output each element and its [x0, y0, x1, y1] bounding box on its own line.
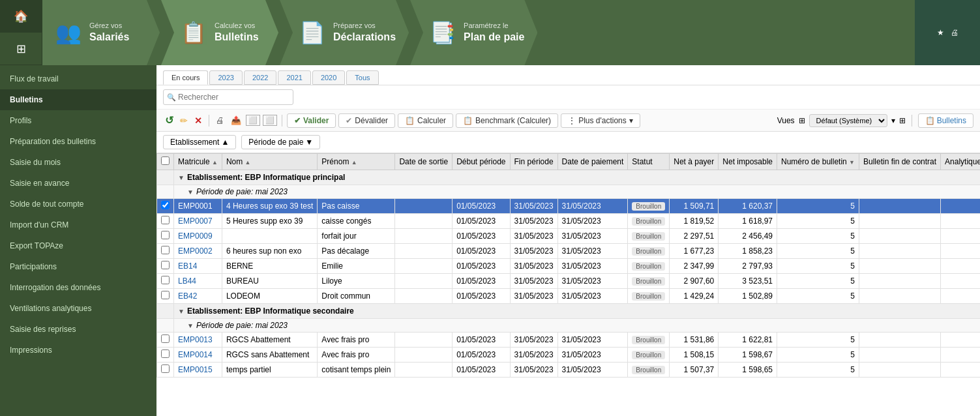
table-row[interactable]: EMP0013 RGCS Abattement Avec frais pro 0…: [157, 333, 981, 348]
nav-step-salaries[interactable]: 👥 Gérez vos Salariés: [42, 0, 160, 65]
sidebar-item-export-topaze[interactable]: Export TOPAze: [0, 235, 156, 256]
periode-filter[interactable]: Période de paie ▼: [241, 135, 320, 149]
cell-date-paiement: 31/05/2023: [557, 259, 628, 274]
table-row[interactable]: EMP0007 5 Heures supp exo 39 caisse cong…: [157, 214, 981, 229]
edit-button[interactable]: ✏: [178, 114, 190, 127]
row-checkbox[interactable]: [161, 201, 170, 209]
cell-matricule: EB42: [174, 289, 222, 304]
table-row[interactable]: EMP0001 4 Heures sup exo 39 test Pas cai…: [157, 199, 981, 214]
status-badge: Brouillon: [632, 336, 665, 344]
cell-statut: Brouillon: [628, 289, 670, 304]
nav-step-bulletins[interactable]: 📋 Calculez vos Bulletins: [161, 0, 278, 65]
plus-actions-button[interactable]: ⋮ Plus d'actions ▾: [561, 113, 640, 128]
refresh-button[interactable]: ↺: [163, 113, 175, 128]
benchmark-button[interactable]: 📋 Benchmark (Calculer): [456, 113, 558, 128]
table-subgroup-row: ▼Période de paie: mai 2023: [157, 185, 981, 199]
sidebar-item-impressions[interactable]: Impressions: [0, 340, 156, 361]
cell-date-sortie: [395, 333, 453, 348]
print-button[interactable]: 🖨: [951, 28, 958, 37]
cell-matricule: EMP0014: [174, 348, 222, 363]
cell-debut-periode: 01/05/2023: [453, 229, 510, 244]
views-dropdown-icon[interactable]: ▾: [891, 116, 895, 125]
sidebar-item-preparation[interactable]: Préparation des bulletins: [0, 131, 156, 152]
tab-2022[interactable]: 2022: [244, 70, 276, 85]
sidebar-item-ventilations[interactable]: Ventilations analytiques: [0, 298, 156, 319]
row-checkbox[interactable]: [161, 216, 170, 224]
nav-steps: 👥 Gérez vos Salariés 📋 Calculez vos Bull…: [42, 0, 915, 65]
cell-analytique: [941, 333, 980, 348]
table-row[interactable]: EMP0002 6 heures sup non exo Pas décalag…: [157, 244, 981, 259]
sidebar-item-flux[interactable]: Flux de travail: [0, 68, 156, 89]
grid-button[interactable]: ⊞: [0, 33, 42, 65]
row-checkbox[interactable]: [161, 334, 170, 343]
row-checkbox[interactable]: [161, 364, 170, 373]
cell-statut: Brouillon: [628, 259, 670, 274]
etablissement-filter[interactable]: Etablissement ▲: [163, 135, 236, 149]
row-checkbox[interactable]: [161, 276, 170, 284]
table-row[interactable]: EB14 BERNE Emilie 01/05/2023 31/05/2023 …: [157, 259, 981, 274]
nav-step-plan[interactable]: 📑 Paramétrez le Plan de paie: [410, 0, 537, 65]
tab-en-cours[interactable]: En cours: [163, 70, 208, 85]
status-badge: Brouillon: [632, 277, 665, 286]
periode-label: Période de paie: [248, 138, 303, 147]
search-input[interactable]: [163, 89, 293, 105]
delete-button[interactable]: ✕: [192, 114, 204, 127]
table-row[interactable]: EMP0015 temps partiel cotisant temps ple…: [157, 363, 981, 378]
print-toolbar-button[interactable]: 🖨: [214, 114, 226, 126]
cell-fin-periode: 31/05/2023: [510, 244, 557, 259]
cell-prenom: Liloye: [318, 274, 395, 289]
row-checkbox[interactable]: [161, 231, 170, 239]
collapse-subgroup-arrow[interactable]: ▼: [187, 188, 194, 196]
cell-analytique: [941, 229, 980, 244]
collapse-subgroup-arrow[interactable]: ▼: [187, 322, 194, 329]
row-checkbox[interactable]: [161, 246, 170, 254]
sidebar-item-participations[interactable]: Participations: [0, 256, 156, 277]
configure-view-icon[interactable]: ⊞: [899, 116, 906, 125]
export-button[interactable]: 📤: [229, 114, 243, 126]
tab-tous[interactable]: Tous: [346, 70, 378, 85]
collapse-group-arrow[interactable]: ▼: [178, 308, 185, 315]
row-checkbox[interactable]: [161, 261, 170, 269]
sidebar-item-solde[interactable]: Solde de tout compte: [0, 194, 156, 215]
row-checkbox[interactable]: [161, 291, 170, 299]
valider-button[interactable]: ✔ Valider: [287, 113, 336, 128]
sidebar-item-saisie-reprises[interactable]: Saisie des reprises: [0, 319, 156, 340]
table-row[interactable]: LB44 BUREAU Liloye 01/05/2023 31/05/2023…: [157, 274, 981, 289]
table-row[interactable]: EB42 LODEOM Droit commun 01/05/2023 31/0…: [157, 289, 981, 304]
sidebar-item-interrogation[interactable]: Interrogation des données: [0, 277, 156, 298]
cell-debut-periode: 01/05/2023: [453, 259, 510, 274]
table-row[interactable]: EMP0014 RGCS sans Abattement Avec frais …: [157, 348, 981, 363]
cell-debut-periode: 01/05/2023: [453, 348, 510, 363]
cell-numero-bulletin: 5: [777, 333, 859, 348]
salaries-icon: 👥: [55, 20, 82, 45]
cell-fin-periode: 31/05/2023: [510, 214, 557, 229]
devalider-checkmark: ✔: [346, 116, 352, 125]
tab-2020[interactable]: 2020: [312, 70, 345, 85]
bulletins-right-button[interactable]: 📋 Bulletins: [918, 113, 973, 128]
views-select[interactable]: Défaut (Système): [809, 114, 887, 127]
calculer-label: Calculer: [417, 116, 446, 125]
calculer-button[interactable]: 📋 Calculer: [398, 113, 453, 128]
nav-step-declarations[interactable]: 📄 Préparez vos Déclarations: [280, 0, 409, 65]
sidebar-item-import-crm[interactable]: Import d'un CRM: [0, 215, 156, 235]
sidebar-item-profils[interactable]: Profils: [0, 110, 156, 131]
bulletins-large: Bulletins: [215, 31, 259, 44]
devalider-button[interactable]: ✔ Dévalider: [338, 113, 395, 128]
cell-nom: RGCS Abattement: [222, 333, 317, 348]
cell-date-paiement: 31/05/2023: [557, 244, 628, 259]
cell-date-sortie: [395, 259, 453, 274]
tab-2021[interactable]: 2021: [278, 70, 310, 85]
row-checkbox[interactable]: [161, 349, 170, 358]
copy2-button[interactable]: ⬜: [263, 115, 277, 126]
collapse-group-arrow[interactable]: ▼: [178, 174, 185, 181]
sidebar-item-saisie-mois[interactable]: Saisie du mois: [0, 152, 156, 173]
tab-2023[interactable]: 2023: [209, 70, 242, 85]
favorite-button[interactable]: ★: [937, 28, 944, 37]
home-button[interactable]: 🏠: [0, 0, 42, 33]
sidebar-item-bulletins[interactable]: Bulletins: [0, 89, 156, 110]
select-all-checkbox[interactable]: [161, 156, 170, 165]
table-row[interactable]: EMP0009 forfait jour 01/05/2023 31/05/20…: [157, 229, 981, 244]
copy1-button[interactable]: ⬜: [246, 115, 260, 126]
sep1: [209, 115, 209, 126]
sidebar-item-saisie-avance[interactable]: Saisie en avance: [0, 173, 156, 194]
